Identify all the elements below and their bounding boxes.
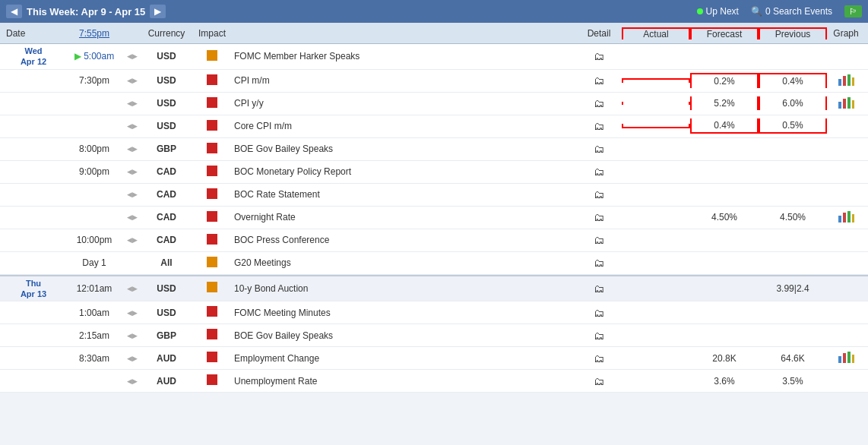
previous-cell: 3.99|2.4	[759, 282, 827, 295]
detail-cell[interactable]: 🗂	[576, 50, 622, 62]
forecast-cell: 0.4%	[690, 118, 759, 134]
previous-cell	[759, 334, 827, 337]
table-row[interactable]: 7:30pm◀▶USDCPI m/m🗂0.2%0.4%	[0, 70, 868, 93]
detail-cell[interactable]: 🗂	[576, 282, 622, 295]
detail-cell[interactable]: 🗂	[576, 97, 622, 109]
currency-cell: CAD	[140, 212, 193, 222]
actual-cell	[622, 380, 690, 383]
event-name: BOC Rate Statement	[231, 189, 576, 200]
detail-cell[interactable]: 🗂	[576, 234, 622, 246]
table-row[interactable]: 10:00pm◀▶CADBOC Press Conference🗂	[0, 229, 868, 252]
table-row[interactable]: Thu Apr 1312:01am◀▶USD10-y Bond Auction🗂…	[0, 276, 868, 302]
col-time[interactable]: 7:55pm	[64, 28, 125, 39]
speaker-icon: ◀▶	[125, 122, 140, 130]
speaker-icon: ◀▶	[125, 355, 140, 362]
forecast-cell: 20.8K	[690, 352, 759, 365]
column-headers: Date 7:55pm Currency Impact Detail Actua…	[0, 23, 868, 44]
detail-cell[interactable]: 🗂	[576, 166, 622, 178]
detail-cell[interactable]: 🗂	[576, 211, 622, 223]
folder-icon: 🗂	[594, 352, 604, 365]
table-row[interactable]: ◀▶CADBOC Rate Statement🗂	[0, 184, 868, 207]
event-name: FOMC Meeting Minutes	[231, 308, 576, 318]
time-cell: 9:00pm	[64, 166, 125, 177]
svg-rect-12	[838, 356, 841, 363]
svg-rect-1	[843, 76, 846, 86]
event-name: G20 Meetings	[231, 257, 576, 268]
detail-cell[interactable]: 🗂	[576, 120, 622, 132]
previous-cell: 64.6K	[759, 352, 827, 365]
event-name: FOMC Member Harker Speaks	[231, 51, 576, 62]
time-cell: ▶ 5:00am	[64, 51, 125, 62]
table-row[interactable]: 8:00pm◀▶GBPBOE Gov Bailey Speaks🗂	[0, 138, 868, 161]
table-row[interactable]: Wed Apr 12▶ 5:00am◀▶USDFOMC Member Harke…	[0, 44, 868, 70]
folder-icon: 🗂	[594, 330, 604, 342]
currency-cell: GBP	[140, 144, 193, 154]
folder-icon: 🗂	[594, 120, 604, 132]
table-row[interactable]: ◀▶USDCPI y/y🗂5.2%6.0%	[0, 93, 868, 115]
table-row[interactable]: 1:00am◀▶USDFOMC Meeting Minutes🗂	[0, 301, 868, 324]
graph-cell[interactable]	[827, 73, 865, 89]
forecast-cell: 0.2%	[690, 73, 759, 88]
graph-cell[interactable]	[827, 96, 865, 112]
table-row[interactable]: ◀▶USDCore CPI m/m🗂0.4%0.5%	[0, 115, 868, 138]
svg-rect-13	[843, 353, 846, 363]
detail-cell[interactable]: 🗂	[576, 143, 622, 155]
bar-chart-icon	[838, 350, 854, 364]
svg-rect-10	[847, 211, 851, 222]
green-dot-icon	[697, 8, 703, 14]
currency-cell: CAD	[140, 235, 193, 245]
impact-cell	[193, 257, 231, 270]
currency-cell: USD	[140, 283, 193, 294]
detail-cell[interactable]: 🗂	[576, 257, 622, 269]
event-name: Employment Change	[231, 353, 576, 364]
prev-week-button[interactable]: ◀	[6, 5, 22, 18]
currency-cell: AUD	[140, 353, 193, 364]
previous-cell: 3.5%	[759, 374, 827, 388]
top-bar: ◀ This Week: Apr 9 - Apr 15 ▶ Up Next 🔍 …	[0, 0, 868, 23]
search-events-section[interactable]: 🔍 0 Search Events	[751, 6, 832, 17]
col-detail: Detail	[576, 28, 622, 39]
up-next-section[interactable]: Up Next	[697, 6, 739, 17]
table-row[interactable]: 2:15am◀▶GBPBOE Gov Bailey Speaks🗂	[0, 324, 868, 347]
actual-cell	[622, 357, 690, 360]
folder-icon: 🗂	[594, 307, 604, 319]
svg-rect-6	[847, 97, 851, 109]
detail-cell[interactable]: 🗂	[576, 352, 622, 365]
table-row[interactable]: ◀▶CADOvernight Rate🗂4.50%4.50%	[0, 207, 868, 229]
detail-cell[interactable]: 🗂	[576, 74, 622, 87]
table-row[interactable]: ◀▶AUDUnemployment Rate🗂3.6%3.5%	[0, 370, 868, 393]
detail-cell[interactable]: 🗂	[576, 307, 622, 319]
speaker-icon: ◀▶	[125, 285, 140, 292]
speaker-icon: ◀▶	[125, 332, 140, 339]
time-cell: 12:01am	[64, 283, 125, 294]
detail-cell[interactable]: 🗂	[576, 188, 622, 200]
time-cell: 10:00pm	[64, 235, 125, 245]
graph-cell[interactable]	[827, 210, 865, 226]
forecast-cell	[690, 55, 759, 58]
impact-cell	[193, 329, 231, 342]
event-name: BOC Press Conference	[231, 235, 576, 245]
event-name: Overnight Rate	[231, 212, 576, 222]
speaker-icon: ◀▶	[125, 77, 140, 84]
next-week-button[interactable]: ▶	[150, 5, 166, 18]
impact-cell	[193, 120, 231, 133]
forecast-cell	[690, 193, 759, 196]
detail-cell[interactable]: 🗂	[576, 330, 622, 342]
events-table: Wed Apr 12▶ 5:00am◀▶USDFOMC Member Harke…	[0, 44, 868, 393]
table-row[interactable]: Day 1AllG20 Meetings🗂	[0, 252, 868, 275]
flag-icon[interactable]: 🏳	[844, 5, 862, 17]
folder-icon: 🗂	[594, 74, 604, 87]
svg-rect-15	[852, 355, 854, 363]
previous-cell	[759, 238, 827, 241]
impact-cell	[193, 211, 231, 224]
impact-cell	[193, 188, 231, 201]
actual-cell	[622, 216, 690, 219]
col-impact: Impact	[193, 28, 231, 39]
svg-rect-9	[843, 213, 846, 222]
table-row[interactable]: 9:00pm◀▶CADBOC Monetary Policy Report🗂	[0, 161, 868, 184]
graph-cell[interactable]	[827, 350, 865, 366]
time-cell: 1:00am	[64, 308, 125, 318]
detail-cell[interactable]: 🗂	[576, 375, 622, 387]
speaker-icon: ◀▶	[125, 377, 140, 385]
table-row[interactable]: 8:30am◀▶AUDEmployment Change🗂20.8K64.6K	[0, 347, 868, 370]
